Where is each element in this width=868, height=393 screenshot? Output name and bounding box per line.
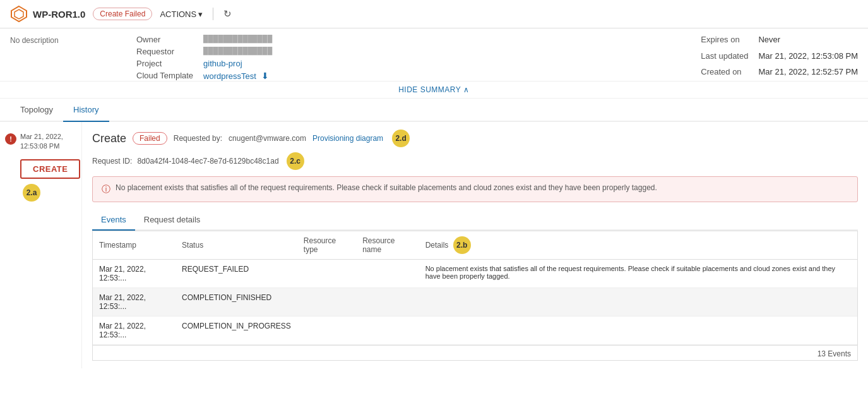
cell-status: REQUEST_FAILED (175, 260, 297, 288)
requested-by-label: Requested by: (174, 134, 222, 143)
cell-details (419, 288, 857, 317)
divider (213, 8, 213, 20)
main-tabs: Topology History (0, 99, 868, 122)
hide-summary-button[interactable]: HIDE SUMMARY ∧ (0, 82, 868, 99)
cell-details (419, 317, 857, 345)
created-label: Created on (701, 67, 748, 81)
project-value: github-proj (203, 59, 272, 68)
cell-timestamp: Mar 21, 2022, 12:53:... (93, 288, 175, 317)
annotation-2a: 2.a (23, 184, 40, 202)
table-row: Mar 21, 2022, 12:53:...COMPLETION_IN_PRO… (93, 317, 857, 345)
download-icon: ⬇ (261, 71, 269, 81)
svg-marker-1 (15, 9, 23, 19)
chevron-down-icon: ▾ (198, 9, 203, 19)
cloud-template-value: wordpressTest ⬇ (203, 71, 272, 81)
owner-value: ██████████████ (203, 35, 272, 44)
cloud-template-link[interactable]: wordpressTest (203, 71, 256, 81)
last-updated-label: Last updated (701, 51, 748, 65)
annotation-2b: 2.b (453, 236, 471, 254)
cell-timestamp: Mar 21, 2022, 12:53:... (93, 317, 175, 345)
sub-tabs: Events Request details (92, 210, 858, 231)
error-alert: ⓘ No placement exists that satisfies all… (92, 176, 858, 202)
cell-details: No placement exists that satisfies all o… (419, 260, 857, 288)
request-id-label: Request ID: (92, 157, 132, 166)
cell-status: COMPLETION_FINISHED (175, 288, 297, 317)
expires-value: Never (758, 35, 858, 49)
table-row: Mar 21, 2022, 12:53:...REQUEST_FAILEDNo … (93, 260, 857, 288)
refresh-button[interactable]: ↻ (223, 8, 232, 20)
sub-tab-events[interactable]: Events (92, 210, 135, 231)
error-message: No placement exists that satisfies all o… (116, 183, 657, 195)
create-button[interactable]: CREATE (20, 159, 80, 179)
cell-resource-name (356, 260, 419, 288)
cell-resource-name (356, 317, 419, 345)
summary-section: No description Owner ██████████████ Requ… (0, 28, 868, 82)
last-updated-value: Mar 21, 2022, 12:53:08 PM (758, 51, 858, 65)
failed-badge: Failed (133, 132, 167, 145)
timeline: ! Mar 21, 2022, 12:53:08 PM CREATE 2.a (0, 122, 82, 368)
cell-resource-type (297, 317, 356, 345)
expires-label: Expires on (701, 35, 748, 49)
events-footer: 13 Events (93, 345, 857, 361)
col-status: Status (175, 231, 297, 260)
owner-label: Owner (136, 35, 193, 44)
main-panel: Create Failed Requested by: cnugent@vmwa… (82, 122, 868, 368)
requested-by-value: cnugent@vmware.com (229, 134, 306, 143)
status-badge: Create Failed (93, 8, 152, 20)
provisioning-diagram-link[interactable]: Provisioning diagram (312, 134, 383, 143)
error-indicator: ! (5, 133, 16, 145)
actions-button[interactable]: ACTIONS ▾ (160, 9, 203, 19)
cell-status: COMPLETION_IN_PROGRESS (175, 317, 297, 345)
create-title: Create (92, 132, 126, 145)
chevron-up-icon: ∧ (463, 85, 470, 94)
tab-topology[interactable]: Topology (10, 99, 63, 122)
requestor-label: Requestor (136, 47, 193, 56)
logo-icon (10, 5, 28, 23)
events-table: Timestamp Status Resource type Resource … (93, 231, 857, 345)
timeline-date: Mar 21, 2022, 12:53:08 PM (20, 132, 80, 152)
tab-history[interactable]: History (63, 99, 109, 122)
project-link[interactable]: github-proj (203, 59, 242, 68)
cell-resource-type (297, 260, 356, 288)
timeline-item: ! Mar 21, 2022, 12:53:08 PM CREATE 2.a (5, 132, 76, 202)
app-name: WP-ROR1.0 (33, 9, 85, 20)
project-label: Project (136, 59, 193, 68)
description: No description (10, 35, 98, 81)
sub-tab-request-details[interactable]: Request details (135, 210, 210, 231)
create-header: Create Failed Requested by: cnugent@vmwa… (92, 130, 858, 147)
request-id-value: 8d0a42f4-1048-4ec7-8e7d-6129bc48c1ad (137, 157, 278, 166)
col-resource-name: Resource name (356, 231, 419, 260)
meta-fields: Owner ██████████████ Requestor █████████… (136, 35, 272, 81)
created-value: Mar 21, 2022, 12:52:57 PM (758, 67, 858, 81)
col-timestamp: Timestamp (93, 231, 175, 260)
history-content: ! Mar 21, 2022, 12:53:08 PM CREATE 2.a C… (0, 122, 868, 368)
table-row: Mar 21, 2022, 12:53:...COMPLETION_FINISH… (93, 288, 857, 317)
cell-timestamp: Mar 21, 2022, 12:53:... (93, 260, 175, 288)
annotation-2d: 2.d (392, 130, 410, 147)
meta-dates: Expires on Never Last updated Mar 21, 20… (701, 35, 858, 81)
col-details: Details 2.b (419, 231, 857, 260)
table-header-row: Timestamp Status Resource type Resource … (93, 231, 857, 260)
cloud-template-label: Cloud Template (136, 71, 193, 81)
events-table-container[interactable]: Timestamp Status Resource type Resource … (92, 231, 858, 361)
top-header: WP-ROR1.0 Create Failed ACTIONS ▾ ↻ (0, 0, 868, 28)
alert-icon: ⓘ (102, 184, 110, 195)
app-logo-area: WP-ROR1.0 (10, 5, 85, 23)
col-resource-type: Resource type (297, 231, 356, 260)
requestor-value: ██████████████ (203, 47, 272, 56)
annotation-2c: 2.c (287, 152, 304, 170)
cell-resource-type (297, 288, 356, 317)
request-id-row: Request ID: 8d0a42f4-1048-4ec7-8e7d-6129… (92, 152, 858, 170)
cell-resource-name (356, 288, 419, 317)
